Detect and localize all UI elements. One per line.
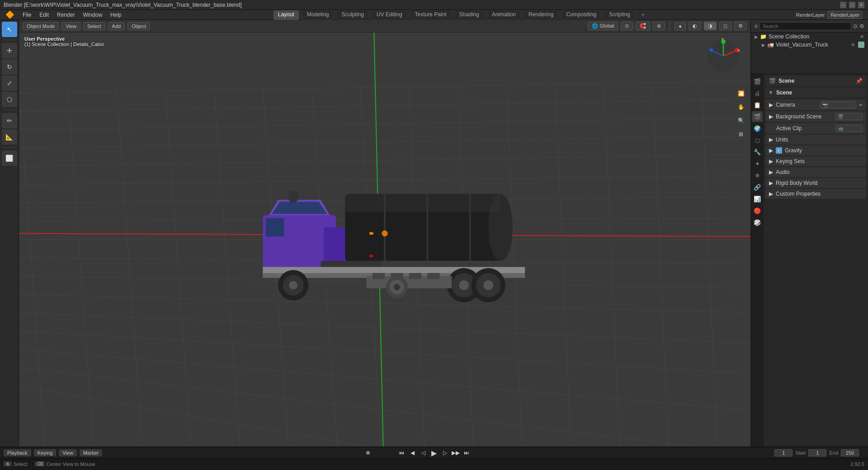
eye-icon[interactable]: 👁 bbox=[860, 34, 864, 39]
jump-to-end-button[interactable]: ⏭ bbox=[462, 448, 471, 457]
play-reverse-button[interactable]: ◁ bbox=[419, 448, 428, 457]
tab-shading[interactable]: Shading bbox=[454, 10, 484, 20]
start-frame-input[interactable] bbox=[808, 449, 826, 456]
options-toggle[interactable]: ⚙ bbox=[734, 22, 747, 30]
maximize-button[interactable]: □ bbox=[849, 2, 855, 8]
menu-edit[interactable]: Edit bbox=[36, 11, 52, 19]
props-scene-icon[interactable]: 🎬 bbox=[752, 111, 763, 122]
menu-help[interactable]: Help bbox=[107, 11, 125, 19]
prev-frame-button[interactable]: ◀ bbox=[408, 448, 417, 457]
menu-file[interactable]: File bbox=[19, 11, 35, 19]
props-modifier-icon[interactable]: 🔧 bbox=[752, 146, 763, 157]
look-through-camera[interactable]: 🎦 bbox=[735, 88, 747, 99]
end-frame-input[interactable] bbox=[841, 449, 859, 456]
clip-value[interactable]: 📹 bbox=[835, 125, 863, 132]
tab-modeling[interactable]: Modeling bbox=[302, 10, 334, 20]
zoom-tool[interactable]: 🔍 bbox=[735, 115, 747, 127]
rigid-body-section-header[interactable]: ▶ Rigid Body World bbox=[765, 178, 866, 188]
tab-uv-editing[interactable]: UV Editing bbox=[372, 10, 407, 20]
add-cube-tool[interactable]: ⬜ bbox=[2, 150, 17, 166]
tab-compositing[interactable]: Compositing bbox=[561, 10, 601, 20]
outliner-search[interactable] bbox=[760, 22, 851, 30]
background-section-header[interactable]: ▶ Background Scene 🎬 bbox=[765, 111, 866, 122]
viewport-view-menu[interactable]: View bbox=[61, 22, 80, 30]
props-constraints-icon[interactable]: 🔗 bbox=[752, 182, 763, 193]
menu-blender[interactable]: 🔶 bbox=[2, 9, 18, 20]
tab-animation[interactable]: Animation bbox=[487, 10, 521, 20]
minimize-button[interactable]: ─ bbox=[840, 2, 846, 8]
viewport[interactable]: Object Mode View Select Add Object 🌐 Glo… bbox=[19, 20, 750, 446]
snap-toggle[interactable]: 🧲 bbox=[636, 22, 650, 30]
timeline-view-menu[interactable]: View bbox=[59, 449, 77, 456]
props-shading-icon[interactable]: 🎲 bbox=[752, 217, 763, 228]
props-data-icon[interactable]: 📊 bbox=[752, 193, 763, 204]
tab-sculpting[interactable]: Sculpting bbox=[336, 10, 368, 20]
transform-pivot[interactable]: ⊙ bbox=[621, 22, 633, 30]
playback-menu[interactable]: Playback bbox=[4, 449, 31, 456]
outliner-filter-icon[interactable]: ⊙ bbox=[853, 23, 858, 29]
clip-section-header[interactable]: Active Clip 📹 bbox=[765, 123, 866, 134]
audio-section-header[interactable]: ▶ Audio bbox=[765, 167, 866, 177]
close-button[interactable]: ✕ bbox=[858, 2, 864, 8]
props-render-icon[interactable]: 🎬 bbox=[752, 76, 763, 87]
global-local-toggle[interactable]: 🌐 Global bbox=[588, 22, 618, 30]
viewport-object-menu[interactable]: Object bbox=[127, 22, 150, 30]
camera-section-header[interactable]: ▶ Camera 📷 ✏ bbox=[765, 99, 866, 110]
props-pin-icon[interactable]: 📌 bbox=[856, 78, 863, 84]
render-layer-select[interactable]: RenderLayer bbox=[827, 11, 863, 19]
props-view-layer-icon[interactable]: 📋 bbox=[752, 99, 763, 110]
props-world-icon[interactable]: 🌍 bbox=[752, 123, 763, 134]
scale-tool[interactable]: ⤢ bbox=[2, 75, 17, 91]
mode-select[interactable]: Object Mode bbox=[23, 22, 59, 30]
select-tool[interactable]: ↖ bbox=[2, 22, 17, 37]
measure-tool[interactable]: 📐 bbox=[2, 129, 17, 145]
add-workspace-button[interactable]: + bbox=[638, 10, 648, 20]
tab-rendering[interactable]: Rendering bbox=[524, 10, 558, 20]
gravity-section-header[interactable]: ▶ ✓ Gravity bbox=[765, 146, 866, 155]
props-object-icon[interactable]: ◻ bbox=[752, 135, 763, 146]
proportional-edit[interactable]: ⊚ bbox=[653, 22, 665, 30]
jump-to-start-button[interactable]: ⏮ bbox=[397, 448, 406, 457]
background-value[interactable]: 🎬 bbox=[835, 113, 863, 120]
viewport-shading-wireframe[interactable]: ◻ bbox=[719, 22, 731, 30]
status-bar: 🖱 Select ⌫ Center View to Mouse 2.92.0 bbox=[0, 459, 868, 469]
current-frame-input[interactable] bbox=[774, 449, 793, 456]
custom-properties-section-header[interactable]: ▶ Custom Properties bbox=[765, 189, 866, 199]
gravity-checkbox[interactable]: ✓ bbox=[776, 147, 782, 154]
grid-tool[interactable]: ⊞ bbox=[735, 128, 747, 140]
outliner-scene-collection[interactable]: ▶ 📁 Scene Collection 👁 bbox=[751, 33, 868, 41]
annotate-tool[interactable]: ✏ bbox=[2, 113, 17, 128]
menu-render[interactable]: Render bbox=[53, 11, 78, 19]
transform-tool[interactable]: ⬡ bbox=[2, 92, 17, 107]
props-particles-icon[interactable]: ✦ bbox=[752, 158, 763, 169]
units-section-header[interactable]: ▶ Units bbox=[765, 135, 866, 145]
next-keyframe-button[interactable]: ▶▶ bbox=[451, 448, 460, 457]
viewport-shading-rendered[interactable]: ◑ bbox=[704, 22, 717, 30]
menu-window[interactable]: Window bbox=[79, 11, 106, 19]
camera-edit-icon[interactable]: ✏ bbox=[859, 103, 863, 108]
tab-texture-paint[interactable]: Texture Paint bbox=[410, 10, 452, 20]
props-material-icon[interactable]: 🔴 bbox=[752, 205, 763, 216]
viewport-gizmo[interactable]: Y X bbox=[705, 38, 741, 74]
props-output-icon[interactable]: 🖨 bbox=[752, 88, 763, 99]
hand-tool[interactable]: ✋ bbox=[735, 101, 747, 113]
eye-icon-truck[interactable]: 👁 bbox=[851, 42, 855, 47]
keying-menu[interactable]: Keying bbox=[34, 449, 57, 456]
viewport-add-menu[interactable]: Add bbox=[108, 22, 125, 30]
props-physics-icon[interactable]: ❄ bbox=[752, 170, 763, 181]
viewport-shading-solid[interactable]: ● bbox=[675, 22, 686, 30]
rotate-tool[interactable]: ↻ bbox=[2, 59, 17, 75]
tab-scripting[interactable]: Scripting bbox=[604, 10, 635, 20]
outliner-settings-icon[interactable]: ⚙ bbox=[859, 23, 864, 29]
move-tool[interactable]: ✛ bbox=[2, 43, 17, 58]
keying-section-header[interactable]: ▶ Keying Sets bbox=[765, 156, 866, 166]
play-button[interactable]: ▶ bbox=[429, 448, 439, 457]
tab-layout[interactable]: Layout bbox=[273, 10, 299, 20]
camera-value[interactable]: 📷 bbox=[820, 101, 856, 108]
outliner-truck-item[interactable]: ▶ 🚛 Violet_Vacuum_Truck 👁 bbox=[751, 41, 868, 49]
viewport-shading-material[interactable]: ◐ bbox=[689, 22, 701, 30]
marker-menu[interactable]: Marker bbox=[80, 449, 102, 456]
collapse-icon[interactable]: ▼ bbox=[768, 89, 774, 96]
viewport-select-menu[interactable]: Select bbox=[83, 22, 105, 30]
next-frame-button[interactable]: ▷ bbox=[440, 448, 449, 457]
